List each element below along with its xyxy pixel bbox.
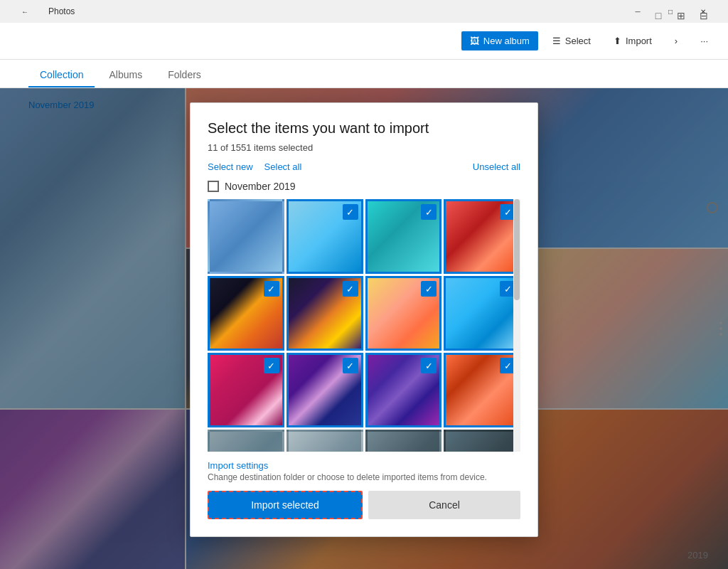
import-dialog: Select the items you want to import 11 o… [190,102,538,537]
more-icon: › [675,36,678,46]
back-icon: ← [21,8,28,16]
photo-checkmark: ✓ [421,358,437,373]
import-settings: Import settings Change destination folde… [208,460,520,482]
photo-grid: ✓✓✓✓✓✓✓✓✓✓✓ [208,199,520,452]
grid-photo[interactable]: ✓ [287,276,363,351]
back-button[interactable]: ← [9,0,41,23]
month-row: November 2019 [208,181,520,192]
import-button[interactable]: ⬆ Import [605,31,660,50]
nav-tabs: Collection Albums Folders □ ⊞ ⊟ [0,60,728,88]
titlebar: ← Photos ─ □ ✕ [0,0,728,23]
scroll-thumb [514,199,520,300]
import-settings-link[interactable]: Import settings [208,460,520,471]
grid-photo[interactable] [208,199,284,274]
tab-folders[interactable]: Folders [156,63,213,87]
dialog-title: Select the items you want to import [208,120,520,137]
import-settings-desc: Change destination folder or choose to d… [208,472,520,482]
tab-albums[interactable]: Albums [97,63,154,87]
grid-photo[interactable] [287,430,363,452]
import-icon: ⬆ [614,36,621,46]
import-selected-button[interactable]: Import selected [208,491,363,519]
select-label: Select [565,36,591,46]
grid-photo[interactable]: ✓ [365,276,442,351]
main-content: November 2019 2019 Select the items you … [0,88,728,569]
album-icon: 🖼 [470,36,479,46]
month-checkbox[interactable] [208,181,219,192]
toolbar: 🖼 New album ☰ Select ⬆ Import › ··· [0,23,728,60]
grid-photo[interactable]: ✓ [365,199,442,274]
layout-grid[interactable]: ⊞ [671,6,691,26]
layout-toggles: □ ⊞ ⊟ [648,6,714,26]
photo-checkmark: ✓ [264,281,279,297]
cancel-button[interactable]: Cancel [368,491,520,519]
grid-photo[interactable]: ✓ [444,199,520,274]
photo-checkmark: ✓ [264,358,279,373]
dialog-subtitle: 11 of 1551 items selected [208,142,520,153]
grid-photo[interactable]: ✓ [208,276,284,351]
grid-photo[interactable] [444,430,520,452]
overflow-icon: ··· [700,36,708,46]
photo-checkmark: ✓ [343,358,358,373]
dialog-footer: Import selected Cancel [208,491,520,519]
tab-collection[interactable]: Collection [28,63,95,87]
new-album-label: New album [483,36,530,46]
grid-photo[interactable] [208,430,284,452]
grid-photo[interactable]: ✓ [365,353,442,427]
unselect-all-link[interactable]: Unselect all [473,161,520,172]
month-label: November 2019 [225,181,296,192]
dialog-top-actions: Select new Select all Unselect all [208,161,520,172]
photo-checkmark: ✓ [343,204,358,220]
select-new-link[interactable]: Select new [208,161,253,172]
scrollbar[interactable] [513,199,520,452]
more-button[interactable]: › [666,31,686,50]
layout-list[interactable]: ⊟ [694,6,714,26]
import-label: Import [626,36,652,46]
grid-photo[interactable]: ✓ [287,353,363,427]
titlebar-left: ← Photos [9,0,75,23]
photo-checkmark: ✓ [421,204,437,220]
app-title: Photos [48,6,75,16]
overflow-button[interactable]: ··· [692,31,717,50]
photo-checkmark: ✓ [343,281,358,297]
select-button[interactable]: ☰ Select [544,31,599,50]
photo-checkmark: ✓ [421,281,437,297]
grid-photo[interactable]: ✓ [287,199,363,274]
grid-photo[interactable] [365,430,442,452]
select-icon: ☰ [552,36,561,46]
grid-photo[interactable]: ✓ [208,353,284,427]
photo-grid-wrapper: ✓✓✓✓✓✓✓✓✓✓✓ [208,199,520,452]
new-album-button[interactable]: 🖼 New album [461,31,538,50]
grid-photo[interactable]: ✓ [444,353,520,427]
grid-photo[interactable]: ✓ [444,276,520,351]
select-all-link[interactable]: Select all [264,161,302,172]
layout-single[interactable]: □ [648,6,668,26]
